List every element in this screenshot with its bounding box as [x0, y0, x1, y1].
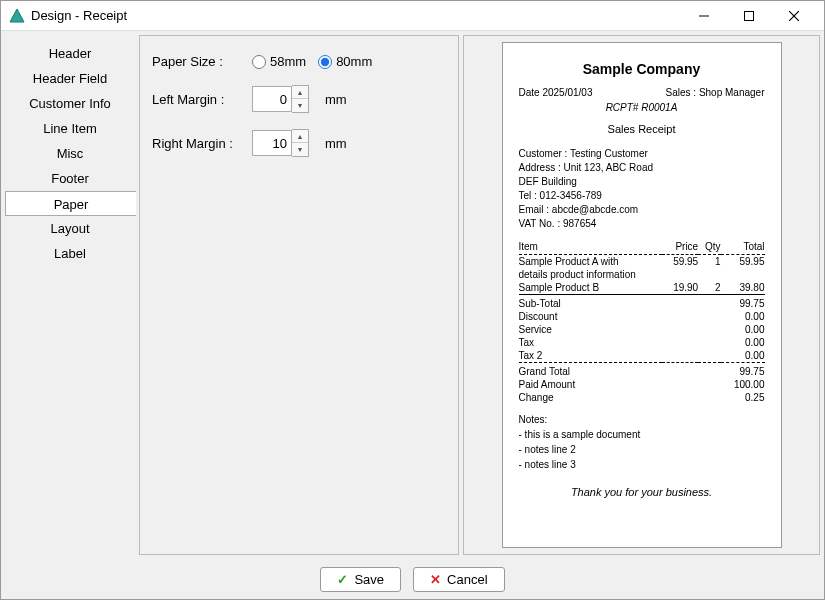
unit-label: mm [325, 136, 347, 151]
right-margin-label: Right Margin : [152, 136, 242, 151]
footer-bar: ✓ Save ✕ Cancel [1, 559, 824, 599]
receipt-company: Sample Company [519, 61, 765, 77]
receipt-thanks: Thank you for your business. [519, 486, 765, 498]
minimize-button[interactable] [681, 2, 726, 30]
left-margin-input[interactable] [252, 86, 292, 112]
receipt-preview: Sample Company Date 2025/01/03 Sales : S… [502, 42, 782, 548]
sidebar-item-label[interactable]: Label [5, 241, 135, 266]
app-icon [9, 8, 25, 24]
left-margin-up[interactable]: ▲ [292, 86, 308, 99]
window-title: Design - Receipt [31, 8, 127, 23]
receipt-table: Item Price Qty Total Sample Product A wi… [519, 239, 765, 404]
receipt-number: RCPT# R0001A [519, 102, 765, 113]
design-receipt-window: Design - Receipt Header Header Field Cus… [0, 0, 825, 600]
sidebar-item-footer[interactable]: Footer [5, 166, 135, 191]
maximize-button[interactable] [726, 2, 771, 30]
sidebar-item-layout[interactable]: Layout [5, 216, 135, 241]
radio-58mm[interactable] [252, 55, 266, 69]
sidebar-item-line-item[interactable]: Line Item [5, 116, 135, 141]
receipt-title: Sales Receipt [519, 123, 765, 135]
sidebar: Header Header Field Customer Info Line I… [5, 35, 135, 555]
save-button[interactable]: ✓ Save [320, 567, 401, 592]
radio-80mm[interactable] [318, 55, 332, 69]
right-margin-up[interactable]: ▲ [292, 130, 308, 143]
svg-rect-2 [744, 11, 753, 20]
right-margin-input[interactable] [252, 130, 292, 156]
cancel-button[interactable]: ✕ Cancel [413, 567, 504, 592]
sidebar-item-header-field[interactable]: Header Field [5, 66, 135, 91]
titlebar: Design - Receipt [1, 1, 824, 31]
sidebar-item-paper[interactable]: Paper [5, 191, 136, 216]
close-icon: ✕ [430, 572, 441, 587]
form-panel: Paper Size : 58mm 80mm Left Margin : ▲ [139, 35, 459, 555]
sidebar-item-misc[interactable]: Misc [5, 141, 135, 166]
close-button[interactable] [771, 2, 816, 30]
paper-size-label: Paper Size : [152, 54, 242, 69]
sidebar-item-header[interactable]: Header [5, 41, 135, 66]
left-margin-down[interactable]: ▼ [292, 99, 308, 112]
right-margin-down[interactable]: ▼ [292, 143, 308, 156]
preview-panel: Sample Company Date 2025/01/03 Sales : S… [463, 35, 820, 555]
left-margin-label: Left Margin : [152, 92, 242, 107]
sidebar-item-customer-info[interactable]: Customer Info [5, 91, 135, 116]
unit-label: mm [325, 92, 347, 107]
svg-marker-0 [10, 9, 24, 22]
check-icon: ✓ [337, 572, 348, 587]
paper-size-80mm[interactable]: 80mm [318, 54, 372, 69]
paper-size-58mm[interactable]: 58mm [252, 54, 306, 69]
